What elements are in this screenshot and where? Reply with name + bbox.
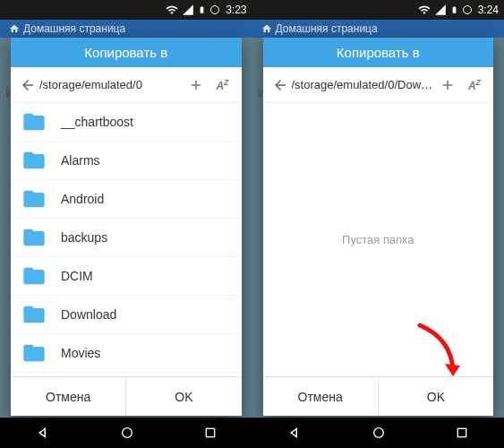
phone-left: 3:23 Домашняя страница И Копировать в /s… <box>0 0 252 448</box>
phone-right: 3:24 Домашняя страница И Копировать в /s… <box>252 0 505 448</box>
svg-point-0 <box>211 6 219 14</box>
folder-icon <box>21 225 48 250</box>
sort-az-icon: AZ <box>216 78 228 92</box>
folder-name: Android <box>61 192 104 206</box>
svg-point-1 <box>122 428 132 438</box>
arrow-left-icon <box>20 77 36 93</box>
folder-name: backups <box>61 230 107 245</box>
sort-az-icon: AZ <box>468 78 481 92</box>
circle-icon <box>209 4 220 15</box>
dialog-buttons: Отмена OK <box>263 376 494 416</box>
svg-point-3 <box>463 6 471 14</box>
status-bar: 3:23 <box>0 0 252 20</box>
dialog-title: Копировать в <box>11 38 242 67</box>
path-text: /storage/emulated/0/Down... <box>292 78 435 91</box>
add-folder-button[interactable] <box>183 77 209 93</box>
folder-row[interactable]: backups <box>11 219 242 257</box>
folder-name: Alarms <box>61 153 100 168</box>
path-text: /storage/emulated/0 <box>39 78 183 91</box>
app-bar: Домашняя страница <box>252 20 505 38</box>
folder-list[interactable]: __chartboostAlarmsAndroidbackupsDCIMDown… <box>11 103 242 376</box>
nav-home-icon[interactable] <box>120 426 134 440</box>
add-folder-button[interactable] <box>434 77 461 93</box>
sort-button[interactable]: AZ <box>209 78 236 92</box>
cancel-button[interactable]: Отмена <box>11 377 125 416</box>
nav-recent-icon[interactable] <box>455 426 469 440</box>
plus-icon <box>440 77 456 93</box>
wifi-icon <box>418 4 431 16</box>
svg-point-4 <box>374 428 384 438</box>
nav-bar <box>0 418 252 448</box>
path-row: /storage/emulated/0/Down... AZ <box>263 67 494 103</box>
folder-name: __chartboost <box>61 115 133 129</box>
status-time: 3:23 <box>226 4 246 16</box>
nav-back-icon[interactable] <box>286 425 303 441</box>
sort-button[interactable]: AZ <box>461 78 488 92</box>
arrow-left-icon <box>272 77 288 93</box>
folder-icon <box>21 109 48 134</box>
folder-row[interactable]: __chartboost <box>11 103 242 142</box>
battery-icon <box>450 4 458 16</box>
home-icon <box>9 23 20 34</box>
folder-icon <box>21 302 48 327</box>
empty-folder-text: Пустая папка <box>263 103 494 376</box>
folder-name: Movies <box>61 346 100 360</box>
app-bar-title: Домашняя страница <box>23 22 125 35</box>
battery-icon <box>198 4 206 16</box>
folder-row[interactable]: Download <box>11 296 242 334</box>
folder-row[interactable]: Movies <box>11 334 242 373</box>
dialog-buttons: Отмена OK <box>11 376 242 416</box>
ok-button[interactable]: OK <box>378 377 493 416</box>
svg-rect-2 <box>206 428 214 436</box>
folder-row[interactable]: DCIM <box>11 257 242 296</box>
folder-name: Download <box>61 307 116 322</box>
plus-icon <box>188 77 204 93</box>
cancel-button[interactable]: Отмена <box>263 377 378 416</box>
folder-name: DCIM <box>61 269 93 283</box>
folder-row[interactable]: Android <box>11 180 242 219</box>
back-button[interactable] <box>16 77 39 93</box>
back-button[interactable] <box>269 77 292 93</box>
folder-icon <box>21 263 48 289</box>
status-time: 3:24 <box>478 4 499 16</box>
path-row: /storage/emulated/0 AZ <box>11 67 242 103</box>
app-bar: Домашняя страница <box>0 20 252 38</box>
nav-home-icon[interactable] <box>372 426 386 440</box>
nav-bar <box>252 418 505 448</box>
nav-back-icon[interactable] <box>35 425 51 441</box>
circle-icon <box>462 4 473 15</box>
signal-icon <box>434 4 447 16</box>
svg-rect-5 <box>458 428 466 436</box>
app-bar-title: Домашняя страница <box>276 22 378 35</box>
dialog-title: Копировать в <box>263 38 494 67</box>
signal-icon <box>182 4 194 16</box>
folder-row[interactable]: Alarms <box>11 142 242 180</box>
nav-recent-icon[interactable] <box>203 426 218 440</box>
status-bar: 3:24 <box>252 0 505 20</box>
folder-icon <box>21 186 48 211</box>
folder-icon <box>21 148 48 173</box>
ok-button[interactable]: OK <box>125 377 241 416</box>
wifi-icon <box>166 4 178 16</box>
copy-dialog: Копировать в /storage/emulated/0 AZ __ch… <box>11 38 242 416</box>
copy-dialog: Копировать в /storage/emulated/0/Down...… <box>263 38 494 416</box>
home-icon <box>261 23 272 34</box>
folder-icon <box>21 340 48 366</box>
